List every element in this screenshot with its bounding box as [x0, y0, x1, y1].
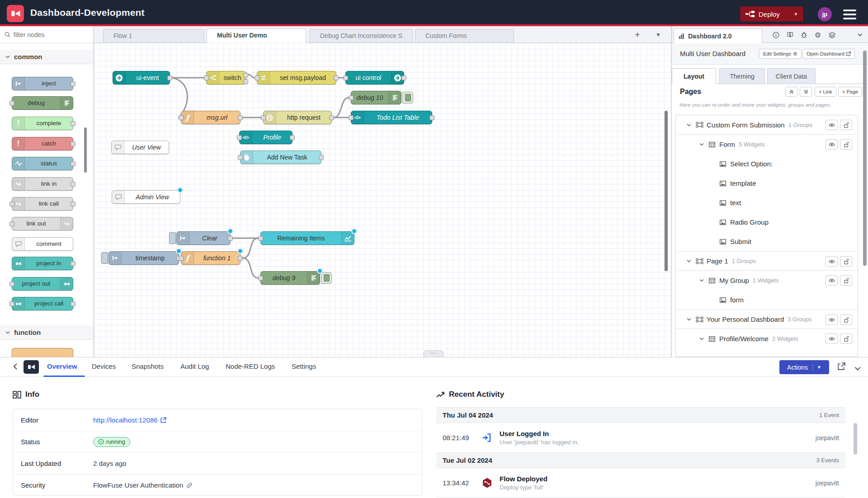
palette-search-input[interactable] — [14, 31, 81, 38]
open-editor-icon[interactable] — [837, 362, 845, 372]
add-link-button[interactable]: + Link — [815, 87, 836, 97]
node-todo-list-table[interactable]: </> Todo List Table — [351, 111, 432, 124]
tree-row-group[interactable]: Form 5 Widgets — [676, 135, 858, 154]
node-port[interactable] — [71, 81, 75, 86]
bug-icon[interactable] — [798, 30, 809, 40]
visibility-button[interactable] — [826, 334, 838, 344]
node-debug-9[interactable]: debug 9 — [260, 271, 320, 285]
palette-node-comment[interactable]: comment — [12, 237, 73, 251]
palette-section-function[interactable]: function — [0, 325, 94, 340]
node-port[interactable] — [228, 236, 233, 241]
collapse-all-button[interactable] — [785, 87, 797, 97]
node-ui-control[interactable]: ui control — [345, 71, 404, 85]
palette-node-status[interactable]: status — [12, 157, 73, 170]
node-port[interactable] — [334, 75, 339, 80]
activity-event-row[interactable]: 13:34:42 Flow DeployedDeploy type 'full'… — [436, 468, 845, 498]
node-port[interactable] — [429, 115, 434, 120]
node-comment-admin-view[interactable]: Admin View — [112, 190, 180, 204]
node-port[interactable] — [290, 135, 295, 140]
node-button-add-new-task[interactable]: Add New Task — [240, 150, 321, 164]
node-port[interactable] — [319, 155, 324, 160]
node-port[interactable] — [179, 115, 184, 120]
add-page-button[interactable]: + Page — [838, 87, 862, 97]
tab-client-data[interactable]: Client Data — [767, 68, 816, 84]
palette-node-link-call[interactable]: ↪ link call — [12, 197, 73, 211]
node-port[interactable] — [9, 282, 14, 287]
palette-node-link-in[interactable]: ↪ link in — [12, 177, 73, 191]
node-msg-url[interactable]: ƒ msg.url — [181, 111, 241, 124]
palette-node-complete[interactable]: ! complete — [12, 117, 73, 130]
node-port[interactable] — [237, 135, 242, 140]
node-port[interactable] — [238, 256, 243, 261]
main-menu-icon[interactable] — [843, 9, 856, 19]
palette-section-common[interactable]: common — [0, 50, 94, 64]
tree-row-widget[interactable]: Radio Group — [676, 212, 858, 232]
node-port[interactable] — [71, 121, 75, 126]
node-profile[interactable]: </> Profile — [239, 131, 292, 144]
node-port[interactable] — [167, 75, 172, 80]
tree-row-page[interactable]: Your Personal Dashboard 3 Groups — [676, 310, 858, 329]
node-ui-event[interactable]: ui-event — [113, 71, 170, 85]
node-chart-remaining-items[interactable]: Remaining Items — [260, 231, 354, 245]
collapse-panel-icon[interactable] — [854, 364, 861, 372]
flow-tab-2-active[interactable]: Multi User Demo — [207, 28, 306, 43]
node-switch[interactable]: switch — [206, 71, 246, 85]
chevron-down-icon[interactable] — [698, 279, 705, 282]
deploy-button[interactable]: Deploy ▼ — [740, 6, 803, 22]
edit-settings-button[interactable]: Edit Settings⚙ — [759, 49, 802, 59]
activity-scrollbar[interactable] — [854, 423, 857, 455]
tree-row-widget[interactable]: text — [676, 193, 858, 212]
node-http-request[interactable]: http request — [263, 111, 332, 124]
node-port[interactable] — [204, 75, 209, 80]
book-icon[interactable] — [784, 30, 795, 40]
chevron-down-icon[interactable] — [698, 143, 705, 146]
palette-node-catch[interactable]: ! catch — [12, 137, 73, 150]
node-port[interactable] — [9, 221, 14, 226]
chevron-down-icon[interactable] — [686, 318, 692, 321]
node-port[interactable] — [243, 73, 248, 78]
visibility-button[interactable] — [826, 275, 838, 286]
lock-button[interactable] — [840, 256, 852, 267]
node-port[interactable] — [343, 75, 348, 80]
node-port[interactable] — [349, 115, 354, 120]
visibility-button[interactable] — [826, 139, 838, 150]
node-port[interactable] — [258, 276, 263, 281]
node-port[interactable] — [71, 161, 75, 166]
flow-list-caret[interactable]: ▼ — [656, 32, 661, 38]
editor-link[interactable]: http://localhost:12086 — [93, 416, 166, 424]
flow-tab-4[interactable]: Custom Forms — [415, 29, 514, 43]
node-port[interactable] — [9, 101, 14, 106]
tree-row-page[interactable]: Custom Form Submission 1 Groups — [676, 115, 858, 135]
tree-row-group[interactable]: My Group 1 Widgets — [676, 271, 858, 290]
node-port[interactable] — [71, 301, 75, 306]
tab-layout[interactable]: Layout — [672, 68, 716, 84]
expand-all-button[interactable] — [800, 87, 812, 97]
lock-button[interactable] — [840, 139, 852, 150]
node-debug-10[interactable]: debug 10 — [351, 91, 401, 104]
info-icon[interactable] — [770, 30, 781, 40]
node-port[interactable] — [9, 301, 14, 306]
tree-row-widget[interactable]: template — [676, 174, 858, 193]
flowfuse-dark-logo-icon[interactable] — [24, 360, 39, 374]
node-port[interactable] — [329, 115, 334, 120]
chevron-down-icon[interactable] — [686, 259, 692, 263]
deploy-dropdown-caret[interactable]: ▼ — [793, 11, 798, 17]
tab-node-red-logs[interactable]: Node-RED Logs — [226, 362, 275, 370]
palette-node-project-out[interactable]: project out — [12, 277, 73, 291]
tab-settings[interactable]: Settings — [292, 362, 316, 370]
visibility-button[interactable] — [826, 315, 838, 325]
tree-row-page[interactable]: Page 1 1 Groups — [676, 251, 858, 271]
node-port[interactable] — [71, 141, 75, 146]
tab-snapshots[interactable]: Snapshots — [132, 362, 164, 370]
back-arrow-icon[interactable] — [11, 362, 20, 373]
lock-button[interactable] — [840, 275, 852, 286]
flow-tab-3[interactable]: Debug Chart Inconsistence S — [310, 29, 413, 43]
lock-button[interactable] — [840, 120, 852, 130]
tree-row-widget[interactable]: form — [676, 290, 858, 310]
open-dashboard-button[interactable]: Open Dashboard — [802, 49, 855, 59]
node-port[interactable] — [243, 79, 248, 84]
visibility-button[interactable] — [826, 256, 838, 267]
palette-node-project-in[interactable]: project in — [12, 257, 73, 270]
palette-node-project-call[interactable]: project call — [12, 297, 73, 310]
tab-devices[interactable]: Devices — [92, 362, 116, 370]
